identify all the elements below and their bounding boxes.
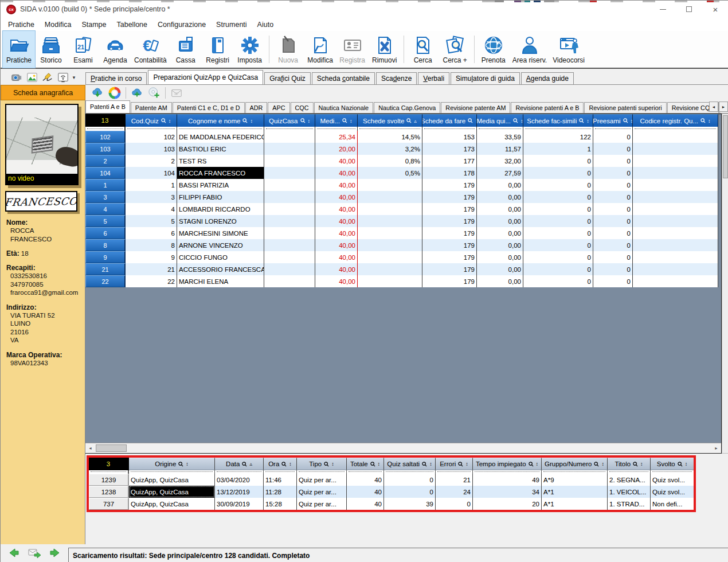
camera-icon[interactable]	[11, 72, 22, 83]
filter-cell[interactable]	[523, 127, 593, 131]
cell-saltati[interactable]: 39	[384, 498, 436, 510]
cell-quizcasa[interactable]	[264, 191, 315, 203]
cell-preesami[interactable]: 0	[593, 155, 633, 167]
column-header-data[interactable]: Data▵	[215, 458, 264, 470]
menu-item-tabellone[interactable]: Tabellone	[112, 19, 153, 30]
cell-preesami[interactable]: 0	[593, 131, 633, 143]
row-header-button[interactable]: 5	[85, 215, 126, 227]
cell-cod[interactable]: 6	[126, 227, 177, 239]
row-header-button[interactable]: 1	[85, 179, 126, 191]
column-header-totale[interactable]: Totale↕	[347, 458, 384, 470]
cell-preesami[interactable]: 0	[593, 167, 633, 179]
cell-mediaqui[interactable]: 0,00	[477, 203, 523, 215]
cell-data[interactable]: 13/12/2019	[215, 486, 264, 498]
filter-cell[interactable]	[126, 127, 177, 131]
cell-totale[interactable]: 40	[347, 486, 384, 498]
column-header-tipo[interactable]: Tipo↕	[297, 458, 347, 470]
cell-codice[interactable]	[633, 203, 718, 215]
cell-facsimili[interactable]: 0	[523, 203, 593, 215]
cell-codice[interactable]	[633, 131, 718, 143]
cell-codice[interactable]	[633, 155, 718, 167]
row-header-button[interactable]: 1238	[89, 486, 129, 498]
cell-quizcasa[interactable]	[264, 263, 315, 275]
cell-gruppo[interactable]: A*9	[542, 474, 608, 486]
signature-icon[interactable]	[42, 72, 53, 83]
cell-tipo[interactable]: Quiz per ar...	[297, 498, 347, 510]
cell-media[interactable]: 40,00	[315, 203, 358, 215]
column-header-preesami[interactable]: Preesami↕	[593, 114, 633, 127]
cell-saltati[interactable]: 0	[384, 486, 436, 498]
scroll-right-icon[interactable]: ►	[719, 102, 728, 112]
cell-dafare[interactable]: 153	[422, 131, 477, 143]
cell-name[interactable]: MARCHI ELENA	[177, 275, 264, 287]
row-header-button[interactable]: 4	[85, 203, 126, 215]
cell-name[interactable]: LOMBARDI RICCARDO	[177, 203, 264, 215]
cell-media[interactable]: 40,00	[315, 191, 358, 203]
scrollbar-thumb[interactable]	[723, 115, 728, 178]
row-header-button[interactable]: 103	[85, 143, 126, 155]
cell-mediaqui[interactable]: 0,00	[477, 263, 523, 275]
cell-mediaqui[interactable]: 0,00	[477, 227, 523, 239]
cell-gruppo[interactable]: A*1	[542, 498, 608, 510]
cell-codice[interactable]	[633, 239, 718, 251]
cell-dafare[interactable]: 179	[422, 263, 477, 275]
cell-svolte[interactable]	[358, 203, 422, 215]
subtab-patenti-c1-e-c-d1-e-d[interactable]: Patenti C1 e C, D1 e D	[173, 102, 245, 113]
cell-mediaqui[interactable]: 0,00	[477, 179, 523, 191]
row-header-button[interactable]: 8	[85, 239, 126, 251]
tab-agenda-guide[interactable]: Agenda guide	[521, 72, 574, 84]
tab-preparazioni-quizapp-e-quizcasa[interactable]: Preparazioni QuizApp e QuizCasa	[148, 70, 263, 85]
subtab-cqc[interactable]: CQC	[291, 102, 314, 113]
send-mail-icon[interactable]	[28, 547, 41, 559]
close-icon[interactable]: ×	[702, 1, 728, 18]
filter-cell[interactable]	[177, 127, 264, 131]
filter-cell[interactable]	[347, 470, 384, 474]
filter-cell[interactable]	[85, 127, 126, 131]
filter-cell[interactable]	[89, 470, 129, 474]
cell-svolte[interactable]	[358, 275, 422, 287]
cell-facsimili[interactable]: 0	[523, 215, 593, 227]
column-header-errori[interactable]: Errori↕	[436, 458, 473, 470]
cell-titolo[interactable]: 2. SEGNA...	[608, 474, 651, 486]
cell-svolto[interactable]: Non defi...	[651, 498, 694, 510]
cell-cod[interactable]: 104	[126, 167, 177, 179]
cell-media[interactable]: 40,00	[315, 251, 358, 263]
toolbar-prenota-button[interactable]: Prenota	[477, 31, 510, 68]
filter-cell[interactable]	[315, 127, 358, 131]
cell-quizcasa[interactable]	[264, 179, 315, 191]
column-header-origine[interactable]: Origine↕	[129, 458, 215, 470]
cell-codice[interactable]	[633, 275, 718, 287]
cell-ora[interactable]: 11:46	[264, 474, 297, 486]
cell-preesami[interactable]: 0	[593, 179, 633, 191]
filter-cell[interactable]	[264, 470, 297, 474]
column-header-titolo[interactable]: Titolo↕	[608, 458, 651, 470]
cell-preesami[interactable]: 0	[593, 251, 633, 263]
cell-gruppo[interactable]: A*1	[542, 486, 608, 498]
row-header-button[interactable]: 3	[85, 191, 126, 203]
filter-cell[interactable]	[542, 470, 608, 474]
filter-cell[interactable]	[651, 470, 694, 474]
cell-dafare[interactable]: 173	[422, 143, 477, 155]
tab-verbali[interactable]: Verbali	[418, 72, 449, 84]
cell-codice[interactable]	[633, 251, 718, 263]
cell-dafare[interactable]: 179	[422, 215, 477, 227]
row-header-button[interactable]: 2	[85, 155, 126, 167]
refresh-icon[interactable]	[108, 87, 121, 99]
cell-ora[interactable]: 15:28	[264, 498, 297, 510]
cell-name[interactable]: ACCESSORIO FRANCESCA	[177, 263, 264, 275]
cell-media[interactable]: 40,00	[315, 179, 358, 191]
cell-errori[interactable]: 24	[436, 486, 473, 498]
tab-grafici-quiz[interactable]: Grafici Quiz	[264, 72, 311, 84]
scroll-left-icon[interactable]: ◄	[85, 443, 95, 453]
cell-dafare[interactable]: 179	[422, 251, 477, 263]
cell-media[interactable]: 40,00	[315, 215, 358, 227]
cell-media[interactable]: 40,00	[315, 239, 358, 251]
cell-cod[interactable]: 8	[126, 239, 177, 251]
cell-media[interactable]: 20,00	[315, 143, 358, 155]
scrollbar-thumb[interactable]	[96, 444, 127, 452]
filter-cell[interactable]	[264, 127, 315, 131]
column-header-medi[interactable]: Medi...↕	[315, 114, 358, 127]
cell-svolte[interactable]: 14,5%	[358, 131, 422, 143]
cell-cod[interactable]: 102	[126, 131, 177, 143]
column-header-cognome-e-nome[interactable]: Cognome e nome↕	[177, 114, 264, 127]
